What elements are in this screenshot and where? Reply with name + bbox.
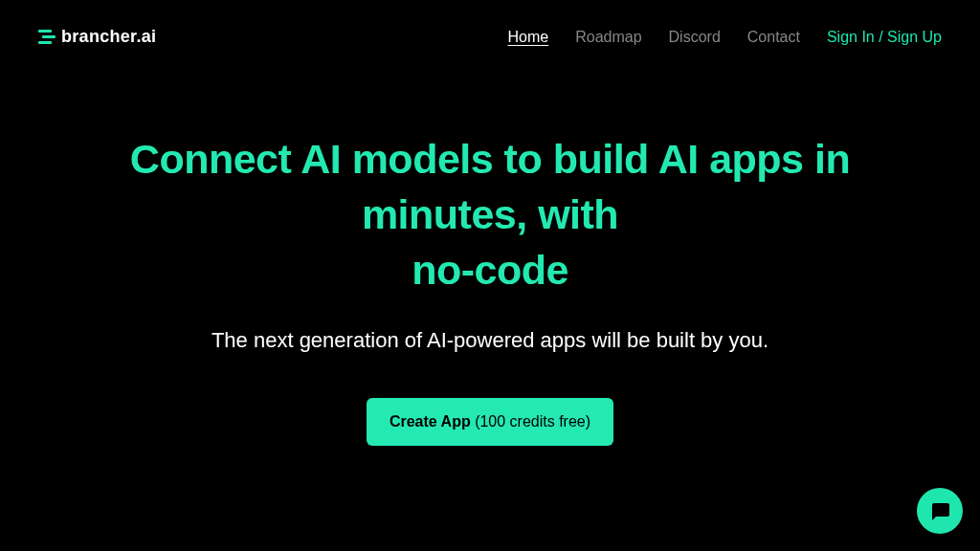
nav-roadmap[interactable]: Roadmap: [575, 29, 641, 46]
logo[interactable]: brancher.ai: [38, 27, 156, 47]
nav-home[interactable]: Home: [507, 29, 548, 46]
brand-name: brancher.ai: [61, 27, 156, 47]
chat-widget-button[interactable]: [917, 488, 963, 534]
nav-signin[interactable]: Sign In / Sign Up: [827, 29, 942, 46]
cta-bold-text: Create App: [390, 413, 471, 430]
brancher-logo-icon: [38, 30, 56, 44]
hero-section: Connect AI models to build AI apps in mi…: [0, 74, 980, 446]
cta-rest-text: (100 credits free): [471, 413, 590, 430]
main-nav: Home Roadmap Discord Contact Sign In / S…: [507, 29, 942, 46]
hero-headline: Connect AI models to build AI apps in mi…: [117, 131, 863, 298]
header: brancher.ai Home Roadmap Discord Contact…: [0, 0, 980, 74]
nav-discord[interactable]: Discord: [669, 29, 721, 46]
nav-contact[interactable]: Contact: [747, 29, 800, 46]
headline-line2: no-code: [412, 247, 568, 293]
headline-line1: Connect AI models to build AI apps in mi…: [130, 136, 850, 237]
chat-icon: [928, 499, 951, 522]
hero-subheadline: The next generation of AI-powered apps w…: [212, 326, 768, 356]
create-app-button[interactable]: Create App (100 credits free): [367, 398, 613, 446]
